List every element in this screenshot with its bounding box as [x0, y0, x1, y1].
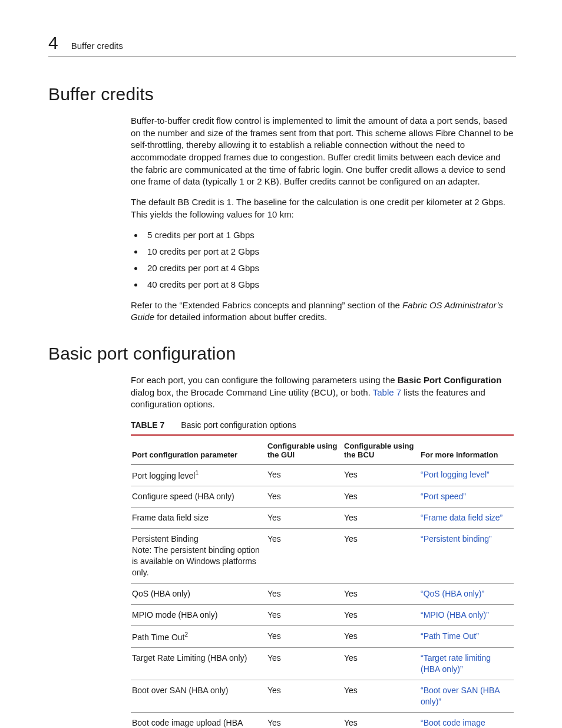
cell-gui: Yes	[266, 583, 343, 604]
cross-reference-link[interactable]: “MPIO (HBA only)”	[421, 610, 489, 620]
cell-parameter: Target Rate Limiting (HBA only)	[131, 648, 266, 680]
cross-reference-link[interactable]: “QoS (HBA only)”	[421, 589, 484, 598]
table-row: Boot code image upload (HBA only)YesYes“…	[131, 712, 514, 728]
table-caption-label: TABLE 7	[131, 420, 164, 430]
list-item: 5 credits per port at 1 Gbps	[144, 229, 514, 241]
cross-reference-link[interactable]: “Boot code image upload (HBA only)”	[421, 718, 490, 728]
bullet-list: 5 credits per port at 1 Gbps 10 credits …	[144, 229, 514, 291]
cross-reference-link[interactable]: “Path Time Out”	[421, 631, 479, 641]
cell-bcu: Yes	[343, 604, 419, 625]
table-row: Target Rate Limiting (HBA only)YesYes“Ta…	[131, 648, 514, 680]
cell-bcu: Yes	[343, 583, 419, 604]
cell-parameter: Frame data field size	[131, 508, 266, 529]
cell-parameter: Boot code image upload (HBA only)	[131, 712, 266, 728]
cross-reference-link[interactable]: “Persistent binding”	[421, 534, 492, 543]
list-item: 10 credits per port at 2 Gbps	[144, 246, 514, 258]
text: Refer to the “Extended Fabrics concepts …	[131, 300, 402, 310]
paragraph: Buffer-to-buffer credit flow control is …	[131, 115, 514, 188]
text-bold: Basic Port Configuration	[398, 375, 502, 385]
cell-bcu: Yes	[343, 712, 419, 728]
col-header-bcu: Configurable using the BCU	[343, 435, 419, 465]
cell-bcu: Yes	[343, 508, 419, 529]
footnote-ref: 1	[195, 470, 199, 476]
col-header-gui: Configurable using the GUI	[266, 435, 343, 465]
paragraph: For each port, you can configure the fol…	[131, 374, 514, 411]
paragraph: Refer to the “Extended Fabrics concepts …	[131, 299, 514, 324]
table-caption: TABLE 7Basic port configuration options	[131, 420, 514, 430]
cross-reference-link[interactable]: “Boot over SAN (HBA only)”	[421, 686, 500, 706]
cell-gui: Yes	[266, 604, 343, 625]
text: for detailed information about buffer cr…	[154, 312, 327, 322]
cell-info: “Persistent binding”	[419, 529, 514, 584]
cell-gui: Yes	[266, 680, 343, 712]
page-header: 4 Buffer credits	[48, 34, 516, 57]
cell-parameter: Persistent BindingNote: The persistent b…	[131, 529, 266, 584]
cell-gui: Yes	[266, 508, 343, 529]
cross-reference-link[interactable]: “Port logging level”	[421, 470, 490, 479]
table-row: Port logging level1YesYes“Port logging l…	[131, 464, 514, 486]
cross-reference-link[interactable]: “Frame data field size”	[421, 513, 503, 522]
cell-info: “Boot code image upload (HBA only)”	[419, 712, 514, 728]
cell-note: Note: The persistent binding option is a…	[132, 545, 262, 578]
cell-parameter: Configure speed (HBA only)	[131, 486, 266, 508]
list-item: 20 credits per port at 4 Gbps	[144, 262, 514, 274]
table-row: Boot over SAN (HBA only)YesYes“Boot over…	[131, 680, 514, 712]
cross-reference-link[interactable]: “Target rate limiting (HBA only)”	[421, 653, 491, 674]
cell-parameter: Port logging level1	[131, 464, 266, 486]
paragraph: The default BB Credit is 1. The baseline…	[131, 196, 514, 220]
cell-gui: Yes	[266, 625, 343, 648]
cell-parameter: QoS (HBA only)	[131, 583, 266, 604]
cell-gui: Yes	[266, 712, 343, 728]
col-header-info: For more information	[419, 435, 514, 465]
cell-info: “QoS (HBA only)”	[419, 583, 514, 604]
config-table: Port configuration parameter Configurabl…	[131, 434, 514, 728]
cell-info: “Target rate limiting (HBA only)”	[419, 648, 514, 680]
table-row: QoS (HBA only)YesYes“QoS (HBA only)”	[131, 583, 514, 604]
cell-info: “MPIO (HBA only)”	[419, 604, 514, 625]
cell-info: “Boot over SAN (HBA only)”	[419, 680, 514, 712]
section-title-buffer-credits: Buffer credits	[48, 84, 516, 104]
cell-bcu: Yes	[343, 648, 419, 680]
table-row: Configure speed (HBA only)YesYes“Port sp…	[131, 486, 514, 508]
cell-info: “Frame data field size”	[419, 508, 514, 529]
cell-gui: Yes	[266, 464, 343, 486]
cell-parameter: MPIO mode (HBA only)	[131, 604, 266, 625]
table-row: MPIO mode (HBA only)YesYes“MPIO (HBA onl…	[131, 604, 514, 625]
footnote-ref: 2	[184, 631, 188, 638]
text: dialog box, the Brocade Command Line uti…	[131, 387, 373, 397]
cell-info: “Port speed”	[419, 486, 514, 508]
cell-gui: Yes	[266, 486, 343, 508]
cell-bcu: Yes	[343, 680, 419, 712]
cell-gui: Yes	[266, 648, 343, 680]
table-row: Persistent BindingNote: The persistent b…	[131, 529, 514, 584]
table-row: Path Time Out2YesYes“Path Time Out”	[131, 625, 514, 648]
cell-parameter: Path Time Out2	[131, 625, 266, 648]
table-row: Frame data field sizeYesYes“Frame data f…	[131, 508, 514, 529]
list-item: 40 credits per port at 8 Gbps	[144, 279, 514, 291]
cell-info: “Port logging level”	[419, 464, 514, 486]
section-title-basic-port-config: Basic port configuration	[48, 344, 516, 364]
table-reference-link[interactable]: Table 7	[373, 387, 401, 397]
cell-info: “Path Time Out”	[419, 625, 514, 648]
cell-bcu: Yes	[343, 529, 419, 584]
cell-bcu: Yes	[343, 486, 419, 508]
text: For each port, you can configure the fol…	[131, 375, 398, 385]
cross-reference-link[interactable]: “Port speed”	[421, 492, 466, 501]
cell-gui: Yes	[266, 529, 343, 584]
breadcrumb: Buffer credits	[71, 41, 123, 51]
table-caption-text: Basic port configuration options	[181, 420, 296, 430]
cell-parameter: Boot over SAN (HBA only)	[131, 680, 266, 712]
col-header-parameter: Port configuration parameter	[131, 435, 266, 465]
cell-bcu: Yes	[343, 625, 419, 648]
chapter-number: 4	[48, 34, 58, 52]
cell-bcu: Yes	[343, 464, 419, 486]
